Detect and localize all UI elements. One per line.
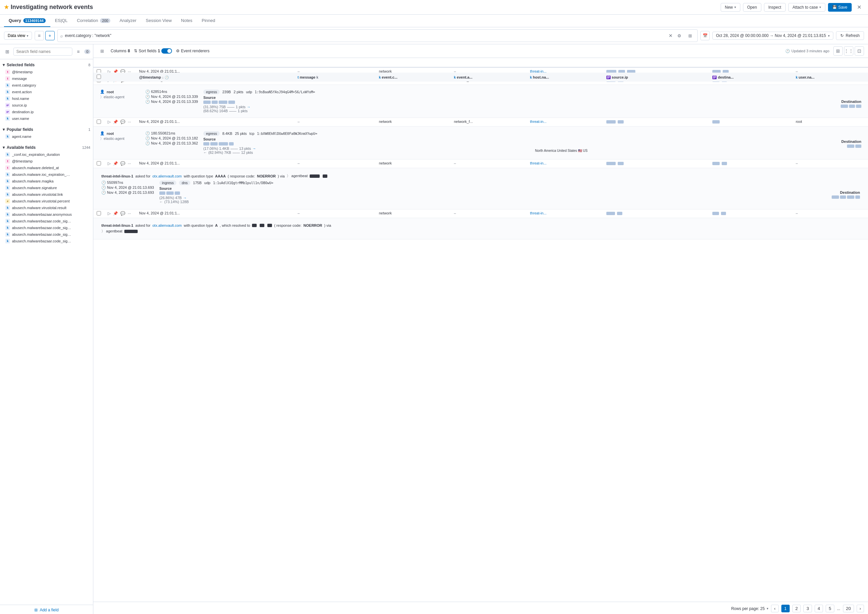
search-settings-icon[interactable]: ⚙ [675,31,684,40]
save-button[interactable]: 💾 Save [828,3,852,12]
page-button-1[interactable]: 1 [781,605,790,612]
col-header-message[interactable]: t message k [294,73,376,82]
row-checkbox[interactable] [93,118,104,127]
chat-icon[interactable]: 💬 [120,161,125,166]
dns-response-code-label: ( response code: [274,223,301,228]
field-item-event-category[interactable]: k event.category [3,82,90,88]
attach-to-case-button[interactable]: Attach to case ▾ [788,3,825,12]
open-button[interactable]: Open [743,3,761,12]
filter-icon[interactable]: ≡ [35,31,44,40]
refresh-button[interactable]: ↻ Refresh [836,31,864,40]
sort-toggle[interactable] [161,48,172,54]
cell-eventa: – [451,160,527,168]
chat-icon[interactable]: 💬 [120,119,125,124]
field-item-available[interactable]: k abusech.malwarebazaar.code_sign.ser ia… [3,231,90,238]
row-checkbox[interactable] [93,160,104,168]
page-button-2[interactable]: 2 [792,605,801,612]
col-header-sourceip[interactable]: IP source.ip [603,73,709,82]
field-item-available[interactable]: t @timestamp [3,158,90,164]
prev-page-button[interactable]: ‹ [771,605,778,612]
page-button-5[interactable]: 5 [826,605,834,612]
field-item-timestamp[interactable]: t @timestamp [3,68,90,75]
expand-row-icon[interactable]: ▷ [108,211,110,216]
calendar-icon[interactable]: 📅 [700,31,710,40]
col-header-destip[interactable]: IP destina... [709,73,792,82]
selected-fields-header[interactable]: ▾ Selected fields 8 [3,61,90,68]
field-item-available[interactable]: k abusech.malwarebazaar.code_sign.iss ue… [3,225,90,231]
more-icon[interactable]: ··· [128,211,131,216]
field-item-available[interactable]: k abusech.malware.signature [3,185,90,191]
rows-per-page-selector[interactable]: Rows per page: 25 ▾ [731,606,768,611]
event-renderers-control[interactable]: ⚙ Event renderers [176,49,209,53]
field-item-available[interactable]: k abusech.malwarebazaar.code_sign.alg or… [3,218,90,225]
field-item-available[interactable]: k _conf.ioc_expiration_duration [3,151,90,158]
field-item-source-ip[interactable]: IP source.ip [3,102,90,109]
cell-username: – [792,209,868,218]
col-header-eventcat[interactable]: k event.c... [376,73,451,82]
chat-icon[interactable]: 💬 [120,211,125,216]
clock-icon: 🕐 [786,49,790,53]
more-icon[interactable]: ··· [128,119,131,124]
grid-icon-1[interactable]: ⊞ [833,46,843,56]
sidebar-layout-icon[interactable]: ⊞ [3,47,12,56]
clear-search-icon[interactable]: ✕ [669,33,673,38]
field-item-available[interactable]: # abusech.malware.virustotal.percent [3,198,90,205]
pin-icon[interactable]: 📌 [113,161,118,166]
field-item-message[interactable]: t message [3,75,90,82]
next-page-button[interactable]: › [857,605,864,612]
page-button-3[interactable]: 3 [803,605,812,612]
available-fields-header[interactable]: ▾ Available fields 1244 [3,144,90,151]
expand-row-icon[interactable]: ▷ [108,161,110,166]
expand-row-icon[interactable]: ▷ [108,119,110,124]
field-item-available[interactable]: k abusech.malware.magika [3,178,90,185]
grid-icon-3[interactable]: ⊡ [855,46,864,56]
star-icon[interactable]: ★ [4,4,9,10]
data-view-button[interactable]: Data view ▾ [4,32,32,40]
pin-icon[interactable]: 📌 [113,119,118,124]
col-header-hostname[interactable]: k host.na... [527,73,603,82]
col-header-username[interactable]: k user.na... [792,73,868,82]
field-item-agent-name[interactable]: k agent.name [3,133,90,140]
field-item-available[interactable]: k abusech.malware.virustotal.result [3,205,90,211]
col-header-timestamp[interactable]: @timestamp ↓ 🕐 [136,73,294,82]
tab-esql[interactable]: ES|QL [50,15,72,27]
page-button-4[interactable]: 4 [815,605,823,612]
sidebar-filter-icon[interactable]: ≡ [74,47,83,56]
page-button-20[interactable]: 20 [843,605,854,612]
field-item-available[interactable]: k abusech.malware.ioc_expiration_durati … [3,171,90,178]
tab-query[interactable]: Query 113469144 [4,15,50,27]
close-button[interactable]: ✕ [854,3,864,12]
field-item-dest-ip[interactable]: IP destination.ip [3,109,90,115]
tab-correlation[interactable]: Correlation 200 [72,15,115,27]
search-save-icon[interactable]: ⊞ [685,31,695,40]
field-item-event-action[interactable]: k event.action [3,88,90,95]
add-filter-icon[interactable]: + [45,31,54,40]
grid-icon-2[interactable]: ⋮⋮ [844,46,853,56]
expanded-content-cell: threat-intel-linux-1 asked for otx.alien… [93,218,868,239]
search-field-input[interactable] [13,48,72,56]
sort-fields-control[interactable]: ⇅ Sort fields 1 [134,48,172,54]
col-header-eventa[interactable]: k event.a... [451,73,527,82]
field-item-user-name[interactable]: k user.name [3,115,90,122]
tab-session[interactable]: Session View [141,15,176,27]
tab-pinned[interactable]: Pinned [197,15,220,27]
row-checkbox[interactable] [93,209,104,218]
field-item-available[interactable]: k abusech.malwarebazaar.code_sign.su [3,238,90,244]
field-item-available[interactable]: t abusech.malware.deleted_at [3,164,90,171]
tab-analyzer[interactable]: Analyzer [115,15,142,27]
add-field-button[interactable]: ⊞ Add a field [0,605,93,614]
more-icon[interactable]: ··· [128,161,131,166]
popular-fields-header[interactable]: ▾ Popular fields 1 [3,126,90,133]
tab-notes[interactable]: Notes [176,15,197,27]
field-item-available[interactable]: k abusech.malwarebazaar.anonymous [3,211,90,218]
field-item-available[interactable]: k abusech.malware.virustotal.link [3,191,90,198]
columns-control[interactable]: Columns 8 [110,49,130,53]
inspect-button[interactable]: Inspect [764,3,786,12]
search-input[interactable] [65,33,667,38]
pin-icon[interactable]: 📌 [113,211,118,216]
field-item-host-name[interactable]: k host.name [3,95,90,102]
expand-icon[interactable]: ⊞ [97,46,107,56]
select-all-checkbox[interactable] [93,73,104,82]
new-button[interactable]: New ▾ [721,3,740,12]
time-range-picker[interactable]: Oct 28, 2024 @ 00:00:00.000 → Nov 4, 202… [712,32,833,40]
